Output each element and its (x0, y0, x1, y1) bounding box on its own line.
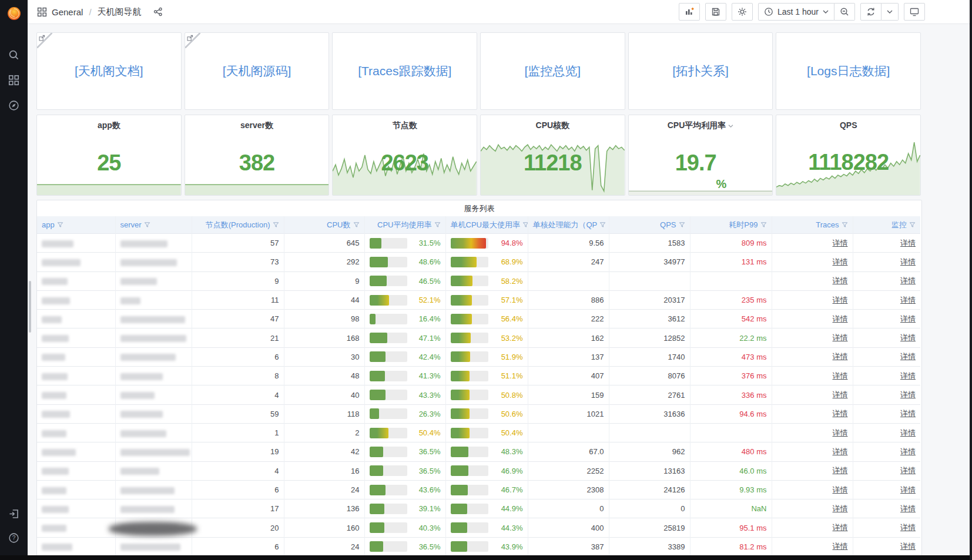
monitor-detail-link[interactable]: 详情 (900, 504, 916, 513)
monitor-detail-link[interactable]: 详情 (900, 276, 916, 285)
cpu-gauge-cell: 94.8% (445, 234, 528, 253)
traces-detail-link[interactable]: 详情 (833, 523, 848, 532)
link-label[interactable]: [拓扑关系] (672, 63, 729, 79)
traces-detail-link[interactable]: 详情 (833, 239, 848, 247)
traces-detail-link[interactable]: 详情 (833, 257, 848, 266)
stat-panel-title[interactable]: 节点数 (393, 120, 417, 131)
monitor-detail-link[interactable]: 详情 (900, 371, 916, 380)
filter-icon[interactable] (909, 221, 916, 227)
monitor-detail-link[interactable]: 详情 (900, 466, 916, 475)
dashboards-icon[interactable] (6, 72, 22, 88)
column-header-1[interactable]: app (37, 216, 115, 234)
stat-panel-title[interactable]: server数 (240, 120, 273, 131)
table-row: 1713639.1%44.9%00NaN详情详情 (37, 499, 920, 518)
grafana-logo-icon[interactable] (0, 0, 28, 27)
dashboard-link-panel[interactable]: [天机阁文档] (36, 32, 182, 110)
traces-detail-link[interactable]: 详情 (833, 390, 848, 399)
traces-detail-link[interactable]: 详情 (833, 352, 848, 361)
link-label[interactable]: [Logs日志数据] (807, 63, 890, 79)
column-header-3[interactable]: 节点数(Production) (192, 216, 284, 234)
stat-panel-title[interactable]: CPU核数 (536, 120, 570, 131)
filter-icon[interactable] (679, 221, 685, 227)
gauge-bar (370, 333, 387, 343)
external-link-corner-icon[interactable] (185, 33, 200, 48)
filter-icon[interactable] (144, 221, 150, 227)
zoom-out-time-button[interactable] (834, 3, 855, 21)
breadcrumb-section[interactable]: General (52, 7, 83, 17)
monitor-detail-link[interactable]: 详情 (900, 409, 916, 418)
external-link-corner-icon[interactable] (37, 33, 52, 48)
link-label[interactable]: [天机阁源码] (223, 63, 291, 79)
sign-in-icon[interactable] (6, 506, 22, 522)
column-header-5[interactable]: CPU平均使用率 (364, 216, 445, 234)
monitor-detail-cell: 详情 (853, 271, 920, 290)
monitor-detail-link[interactable]: 详情 (900, 523, 916, 532)
help-icon[interactable]: ? (6, 530, 22, 546)
column-header-4[interactable]: CPU数 (284, 216, 364, 234)
save-dashboard-button[interactable] (705, 3, 726, 21)
stat-panel-title[interactable]: CPU平均利用率 (668, 120, 734, 131)
filter-icon[interactable] (522, 221, 528, 227)
dashboard-link-panel[interactable]: [Traces跟踪数据] (332, 32, 477, 110)
column-header-9[interactable]: 耗时P99 (690, 216, 772, 234)
monitor-detail-link[interactable]: 详情 (900, 352, 916, 361)
traces-detail-link[interactable]: 详情 (833, 504, 848, 513)
add-panel-button[interactable] (679, 3, 700, 21)
traces-detail-link[interactable]: 详情 (833, 371, 848, 380)
filter-icon[interactable] (353, 221, 360, 227)
filter-icon[interactable] (57, 221, 63, 227)
filter-icon[interactable] (760, 221, 767, 227)
dashboard-link-panel[interactable]: [监控总览] (480, 32, 625, 110)
traces-detail-link[interactable]: 详情 (833, 333, 848, 342)
share-icon[interactable] (150, 6, 166, 17)
monitor-detail-link[interactable]: 详情 (900, 428, 916, 437)
traces-detail-link[interactable]: 详情 (833, 485, 848, 494)
column-header-6[interactable]: 单机CPU最大使用率 (445, 216, 528, 234)
search-icon[interactable] (6, 47, 22, 63)
traces-detail-cell: 详情 (772, 290, 853, 309)
monitor-detail-link[interactable]: 详情 (900, 314, 916, 323)
link-label[interactable]: [Traces跟踪数据] (358, 63, 451, 79)
dashboard-link-panel[interactable]: [天机阁源码] (185, 32, 330, 110)
column-header-10[interactable]: Traces (772, 216, 853, 234)
explore-compass-icon[interactable] (6, 98, 22, 113)
refresh-interval-dropdown[interactable] (881, 3, 899, 21)
column-header-11[interactable]: 监控 (853, 216, 920, 234)
monitor-detail-link[interactable]: 详情 (900, 447, 916, 456)
dashboard-link-panel[interactable]: [拓扑关系] (628, 32, 773, 110)
monitor-detail-link[interactable]: 详情 (900, 333, 916, 342)
traces-detail-link[interactable]: 详情 (833, 466, 848, 475)
node-count-cell: 1 (192, 423, 284, 442)
monitor-detail-link[interactable]: 详情 (900, 296, 916, 304)
scrollbar-thumb[interactable] (29, 281, 31, 333)
column-header-8[interactable]: QPS (609, 216, 690, 234)
link-label[interactable]: [天机阁文档] (75, 63, 143, 79)
traces-detail-link[interactable]: 详情 (833, 428, 848, 437)
filter-icon[interactable] (599, 221, 606, 227)
filter-icon[interactable] (273, 221, 279, 227)
traces-detail-link[interactable]: 详情 (833, 542, 848, 551)
stat-panel-title[interactable]: app数 (98, 120, 120, 131)
monitor-detail-link[interactable]: 详情 (900, 257, 916, 266)
stat-panel-title[interactable]: QPS (840, 120, 857, 130)
dashboard-link-panel[interactable]: [Logs日志数据] (776, 32, 921, 110)
traces-detail-link[interactable]: 详情 (833, 409, 848, 418)
monitor-detail-link[interactable]: 详情 (900, 239, 916, 247)
monitor-detail-link[interactable]: 详情 (900, 485, 916, 494)
link-label[interactable]: [监控总览] (525, 63, 581, 79)
traces-detail-link[interactable]: 详情 (833, 447, 848, 456)
column-header-2[interactable]: server (115, 216, 192, 234)
filter-icon[interactable] (842, 221, 848, 227)
traces-detail-link[interactable]: 详情 (833, 276, 848, 285)
dashboard-settings-button[interactable] (732, 3, 753, 21)
traces-detail-link[interactable]: 详情 (833, 296, 848, 304)
kiosk-mode-button[interactable] (904, 3, 925, 21)
panel-menu-chevron-icon[interactable] (728, 124, 733, 128)
traces-detail-link[interactable]: 详情 (833, 314, 848, 323)
monitor-detail-link[interactable]: 详情 (900, 390, 916, 399)
monitor-detail-link[interactable]: 详情 (900, 542, 916, 551)
refresh-button[interactable] (860, 3, 881, 21)
filter-icon[interactable] (434, 221, 441, 227)
column-header-7[interactable]: 单核处理能力（QP (528, 216, 609, 234)
time-range-picker[interactable]: Last 1 hour (758, 3, 834, 21)
